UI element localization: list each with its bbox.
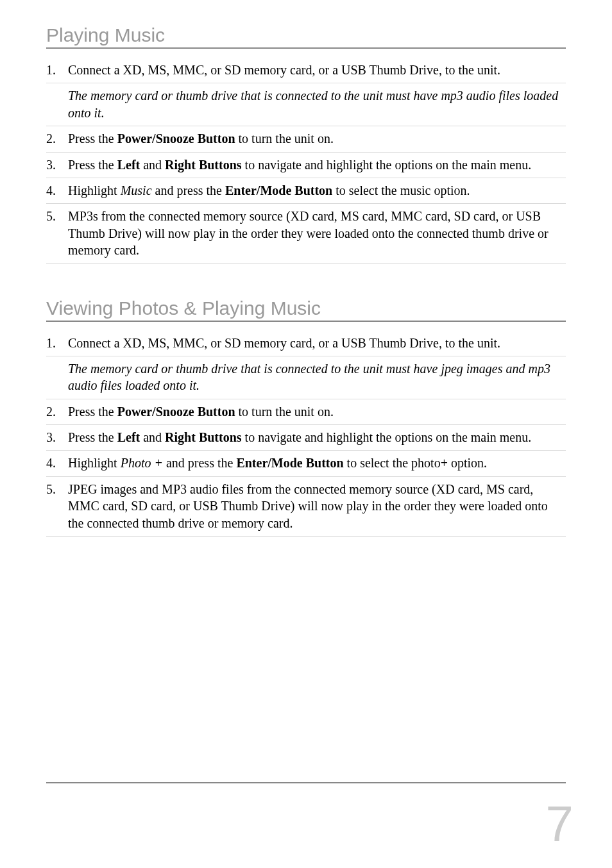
button-label: Left [117,158,140,172]
button-label: Right Buttons [165,158,241,172]
step-text: to turn the unit on. [235,131,334,146]
list-item-note: The memory card or thumb drive that is c… [46,356,566,399]
step-text: to select the photo+ option. [344,456,487,470]
note-text: The memory card or thumb drive that is c… [68,88,558,119]
list-item: Press the Left and Right Buttons to navi… [46,425,566,451]
menu-option: Music [121,183,152,197]
step-text: to navigate and highlight the options on… [242,158,532,172]
document-page: Playing Music Connect a XD, MS, MMC, or … [0,0,612,868]
step-text: to select the music option. [332,183,470,197]
step-text: and [140,158,165,172]
list-item-note: The memory card or thumb drive that is c… [46,83,566,126]
list-item: Highlight Music and press the Enter/Mode… [46,178,566,204]
list-item: Press the Power/Snooze Button to turn th… [46,126,566,152]
heading-playing-music: Playing Music [46,24,566,49]
list-item: Press the Power/Snooze Button to turn th… [46,399,566,425]
step-text: Connect a XD, MS, MMC, or SD memory card… [68,336,500,350]
page-number: 7 [546,799,574,849]
steps-viewing-photos: Connect a XD, MS, MMC, or SD memory card… [46,331,566,537]
footer-divider [46,782,566,783]
step-text: Press the [68,430,117,444]
menu-option: Photo + [121,456,163,470]
step-text: Highlight [68,183,121,197]
list-item: MP3s from the connected memory source (X… [46,204,566,263]
step-text: and [140,430,165,444]
step-text: and press the [152,183,225,197]
steps-playing-music: Connect a XD, MS, MMC, or SD memory card… [46,58,566,264]
button-label: Enter/Mode Button [236,456,343,470]
step-text: to turn the unit on. [235,405,334,419]
step-text: MP3s from the connected memory source (X… [68,209,548,257]
list-item: Connect a XD, MS, MMC, or SD memory card… [46,58,566,83]
button-label: Left [117,430,140,444]
step-text: Connect a XD, MS, MMC, or SD memory card… [68,63,500,77]
list-item: JPEG images and MP3 audio files from the… [46,477,566,537]
step-text: to navigate and highlight the options on… [242,430,532,444]
button-label: Right Buttons [165,430,241,444]
list-item: Highlight Photo + and press the Enter/Mo… [46,451,566,476]
step-text: Press the [68,405,117,419]
step-text: Highlight [68,456,121,470]
step-text: JPEG images and MP3 audio files from the… [68,482,548,530]
button-label: Power/Snooze Button [117,405,235,419]
note-text: The memory card or thumb drive that is c… [68,362,550,392]
button-label: Power/Snooze Button [117,131,235,146]
list-item: Connect a XD, MS, MMC, or SD memory card… [46,331,566,356]
step-text: and press the [163,456,236,470]
heading-viewing-photos: Viewing Photos & Playing Music [46,297,566,322]
list-item: Press the Left and Right Buttons to navi… [46,153,566,178]
button-label: Enter/Mode Button [225,183,332,197]
step-text: Press the [68,158,117,172]
step-text: Press the [68,131,117,146]
